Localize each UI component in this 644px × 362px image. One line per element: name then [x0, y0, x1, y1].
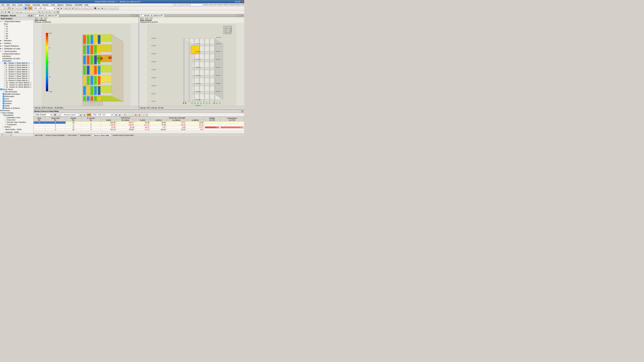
nav-section-5[interactable]: 5 - Section 5 | Shear Wall No. 1	[0, 71, 33, 73]
tb-btn-c3[interactable]: ⛶	[116, 6, 119, 10]
maximize-button[interactable]: □	[238, 0, 240, 3]
nav-members-check[interactable]: Members	[0, 100, 33, 102]
tb-btn-c2[interactable]: 🔎	[112, 6, 116, 10]
search-input[interactable]	[172, 4, 202, 6]
bp-tb-2[interactable]: 📊	[57, 113, 61, 116]
nav-section-7[interactable]: 7 - Section 7 | Shear Wall No. 1	[0, 75, 33, 77]
nav-foot-btn1[interactable]: 👁	[1, 134, 3, 136]
nav-mesh-nodes-solids[interactable]: ○ Mesh Nodes - Solids	[0, 128, 33, 131]
bp-tb-1[interactable]: ▣	[53, 113, 57, 116]
nav-section-12[interactable]: 12 - Section 12 | Shear Wall No. 1	[0, 86, 33, 88]
tab-member-forces[interactable]: Member Forces in Shear Walls	[111, 134, 135, 136]
vp-left-canvas-area[interactable]: ▲▲▲▲▲▲▲▲▲▲▲▲ ✕	[34, 24, 139, 106]
checkbox-section-7[interactable]	[4, 75, 6, 77]
nav-section-6[interactable]: 6 - Section 6 | Shear Wall No. 1	[0, 73, 33, 75]
tab-forces-shear-walls[interactable]: Forces in Shear Walls	[92, 134, 111, 136]
tb-r2-7[interactable]: ⬦	[22, 10, 26, 14]
tb-btn-a2[interactable]: ⊟	[68, 6, 71, 10]
nav-separation-lines[interactable]: Separation Lines	[0, 116, 33, 119]
nav-section-2[interactable]: 2 - Section 2 | Shear Wall No. 1	[0, 64, 33, 66]
nav-solids-check[interactable]: Solids	[0, 105, 33, 107]
tb-btn-a4[interactable]: ⊡	[75, 6, 78, 10]
nav-result-sections[interactable]: ▼ ✂ Result Sections	[0, 50, 33, 53]
redo-button[interactable]: ↪	[19, 6, 22, 10]
nav-foot-btn2[interactable]: 🔧	[4, 134, 6, 136]
nav-foot-btn3[interactable]: 📋	[7, 134, 10, 136]
nav-def-phiy[interactable]: φy	[0, 34, 33, 37]
tb-btn-c1[interactable]: 🔍	[108, 6, 112, 10]
prev-load-button[interactable]: ◀	[56, 6, 60, 10]
bp-lc-prev[interactable]: ◀	[114, 113, 118, 116]
checkbox-section-4[interactable]	[4, 69, 6, 70]
checkbox-section-3[interactable]	[4, 67, 6, 68]
tb-r2-2[interactable]: ✖	[4, 10, 7, 14]
tb-r2-3[interactable]: ⬟	[8, 10, 11, 14]
nav-isobands-radio[interactable]: ▼ Isobands	[0, 114, 33, 116]
radio-phiz[interactable]	[4, 37, 6, 39]
bp-prev-btn[interactable]: ◀	[79, 113, 82, 116]
nav-distribution-loads[interactable]: ▶ ⬇ Distribution of Loads	[0, 47, 33, 50]
open-button[interactable]: 📂	[4, 6, 7, 10]
nav-isobands-solids[interactable]: ○ Isobands - Solids	[0, 131, 33, 133]
bp-tool-7[interactable]: ⚙	[145, 113, 148, 116]
checkbox-section-6[interactable]	[4, 73, 6, 75]
vp-left-max[interactable]: □	[133, 14, 135, 17]
nav-maxmin-info[interactable]: MaxMin Information	[0, 93, 33, 95]
tb-r2-4[interactable]: ⬠	[11, 10, 14, 14]
checkbox-section-11[interactable]	[4, 84, 6, 86]
tb-btn-b2[interactable]: ◈	[97, 6, 100, 10]
checkbox-transparent[interactable]	[5, 124, 7, 125]
checkbox-lines[interactable]	[3, 98, 4, 99]
results-view-button[interactable]: LC1	[28, 6, 32, 10]
bp-tool-4[interactable]: 📥	[134, 113, 137, 116]
vp-right-close[interactable]: ✕	[241, 14, 244, 17]
radio-phiy[interactable]	[4, 35, 6, 36]
tb-btn-b1[interactable]: ⬛	[94, 6, 97, 10]
tb-r2-8[interactable]: ⬧	[26, 10, 29, 14]
load-case-combo[interactable]: CO1 · 1.35 · LC1	[32, 7, 56, 10]
bp-tool-1[interactable]: 📌	[123, 113, 126, 116]
checkbox-values-surfaces[interactable]	[3, 107, 4, 109]
wireframe-btn[interactable]: 🔲	[56, 10, 60, 14]
nav-rs-distribution[interactable]: ▶ Distribution of Loads	[0, 57, 33, 60]
menu-help[interactable]: Help	[84, 4, 90, 6]
bp-tool-2[interactable]: ⬜	[126, 113, 130, 116]
menu-edit[interactable]: Edit	[6, 4, 11, 6]
bottom-table-area[interactable]: StoryNo. Shear WallNo. SurfaceNo. R. Sec…	[34, 117, 244, 133]
nav-members[interactable]: ▶ ═ Members	[0, 39, 33, 42]
checkbox-deformation[interactable]	[3, 95, 4, 97]
tb-r2-10[interactable]: ⬩	[33, 10, 36, 14]
nav-support-reactions[interactable]: ▶ ⬇ Support Reactions	[0, 44, 33, 47]
nav-def-ux[interactable]: ux	[0, 25, 33, 27]
nav-global-deformations[interactable]: ▼ ⬡ Global Deformations	[0, 20, 33, 23]
top-view-btn[interactable]: XZ	[48, 10, 52, 14]
nav-foot-btn4[interactable]: ⚙	[10, 134, 12, 136]
checkbox-members[interactable]	[3, 100, 4, 102]
close-button[interactable]: ✕	[241, 0, 244, 3]
tb-btn-a8[interactable]: ▽	[89, 6, 92, 10]
menu-calculate[interactable]: Calculate	[32, 4, 41, 6]
nav-lines-check[interactable]: Lines	[0, 97, 33, 100]
nav-section-3[interactable]: 3 - Section 3 | Shear Wall No. 1	[0, 66, 33, 68]
checkbox-section-2[interactable]	[4, 64, 6, 66]
viewport-right[interactable]: 2 - _Modèle_de_bâtiment.rf6* ─ □ ✕ CO1 ·…	[139, 14, 244, 110]
tb-btn-a1[interactable]: ⊞	[64, 6, 68, 10]
nav-section-8[interactable]: 8 - Section 8 | Shear Wall No. 1	[0, 77, 33, 79]
nav-section-10[interactable]: 10 - Section 10 | Shear Wall No. 1	[0, 82, 33, 84]
nav-type-display[interactable]: ▼ Type of display	[0, 112, 33, 114]
checkbox-gray-zone[interactable]	[5, 119, 7, 121]
radio-isobands[interactable]	[4, 114, 6, 116]
checkbox-title-info[interactable]	[3, 91, 4, 92]
perspective-btn[interactable]: 3D	[38, 10, 41, 14]
save-button[interactable]: 💾	[8, 6, 11, 10]
vp-left-close[interactable]: ✕	[136, 14, 138, 17]
radio-isolines[interactable]	[3, 126, 4, 128]
tab-story-actions[interactable]: Story Actions	[66, 134, 78, 136]
bp-lc-next[interactable]: ▶	[118, 113, 122, 116]
tb-btn-a5[interactable]: ▷	[78, 6, 82, 10]
radio-mu[interactable]	[4, 23, 6, 25]
next-load-button[interactable]: ▶	[60, 6, 63, 10]
minimize-button[interactable]: ─	[235, 0, 238, 3]
bp-next-btn[interactable]: ▶	[83, 113, 86, 116]
nav-deformation-check[interactable]: Deformation	[0, 95, 33, 97]
